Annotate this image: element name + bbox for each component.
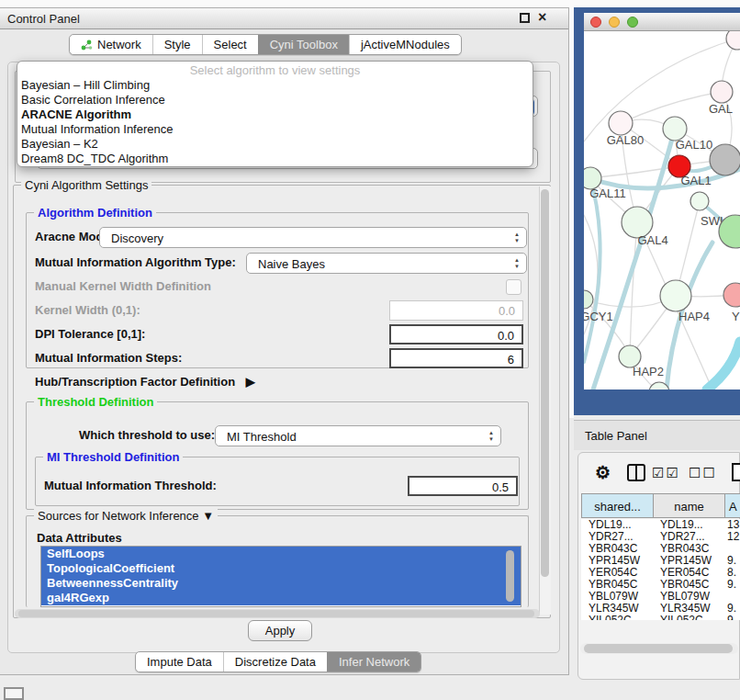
table-cell-value: 9.	[724, 615, 740, 620]
table-cell-shared-name: YPR145W	[581, 555, 653, 567]
hub-definition-expander[interactable]: Hub/Transcription Factor Definition ▶	[35, 375, 255, 389]
table-row[interactable]: YBR045C YBR045C 9.	[581, 579, 740, 591]
tab-cyni-toolbox[interactable]: Cyni Toolbox	[258, 35, 349, 54]
which-threshold-combo[interactable]: MI Threshold ▲▼	[215, 425, 501, 446]
table-row[interactable]: YBR043C YBR043C	[581, 543, 740, 555]
mi-type-combo[interactable]: Naive Bayes ▲▼	[246, 253, 527, 274]
table-row[interactable]: YPR145W YPR145W 9.	[581, 555, 740, 567]
algorithm-popup-item[interactable]: ARACNE Algorithm	[17, 107, 533, 122]
network-node[interactable]	[690, 192, 709, 210]
tab-impute-data[interactable]: Impute Data	[136, 652, 223, 672]
data-attribute-item[interactable]: TopologicalCoefficient	[41, 561, 521, 576]
table-row[interactable]: YDR27... YDR27... 12	[581, 531, 740, 543]
algorithm-popup-item[interactable]: Bayesian – K2	[17, 137, 533, 152]
split-columns-icon[interactable]	[627, 464, 645, 481]
network-node[interactable]	[584, 290, 593, 309]
settings-scrollbar-thumb[interactable]	[541, 189, 549, 577]
control-panel-window: Control Panel × Network Style Select Cyn…	[0, 7, 569, 675]
tab-label: Style	[164, 38, 191, 51]
algorithm-popup-item[interactable]: Basic Correlation Inference	[17, 93, 533, 107]
combo-spinner-icon: ▲▼	[514, 231, 520, 244]
checked-boxes-icon[interactable]: ☑☑	[652, 465, 680, 481]
network-canvas[interactable]: GALGAL80GAL10GAL1GAL11SWI4GAL4GCY1HAP4YH…	[584, 31, 740, 390]
column-header-shared-name[interactable]: shared...	[582, 494, 654, 517]
tab-label: Discretize Data	[235, 655, 316, 669]
table-row[interactable]: YIL052C YIL052C 9.	[581, 615, 740, 620]
table-row[interactable]: YBL079W YBL079W	[581, 591, 740, 603]
table-body[interactable]: YDL19... YDL19... 13 YDR27... YDR27... 1…	[581, 519, 740, 620]
data-attributes-list[interactable]: SelfLoopsTopologicalCoefficientBetweenne…	[40, 546, 521, 607]
tab-network[interactable]: Network	[70, 35, 152, 54]
network-node-label: GAL11	[589, 186, 626, 200]
table-row[interactable]: YDL19... YDL19... 13	[581, 519, 740, 531]
table-cell-name: YDL19...	[653, 519, 724, 531]
algorithm-popup-item[interactable]: Mutual Information Inference	[17, 122, 533, 137]
mi-threshold-group-title: MI Threshold Definition	[43, 450, 183, 464]
mac-zoom-icon[interactable]	[627, 17, 638, 28]
mi-type-value: Naive Bayes	[258, 257, 325, 271]
page-icon[interactable]	[732, 463, 740, 481]
mi-steps-field[interactable]: 6	[389, 348, 523, 368]
kernel-width-field[interactable]: 0.0	[389, 300, 523, 321]
network-node[interactable]	[710, 144, 740, 175]
algorithm-definition-title: Algorithm Definition	[34, 206, 156, 220]
column-header-partial[interactable]: A	[725, 494, 740, 517]
data-attribute-item[interactable]: gal4RGexp	[41, 591, 521, 605]
tab-label: Impute Data	[147, 655, 212, 669]
algorithm-popup: Select algorithm to view settings Bayesi…	[17, 61, 533, 167]
network-node-label: HAP4	[678, 310, 710, 323]
algorithm-popup-list: Bayesian – Hill ClimbingBasic Correlatio…	[17, 78, 533, 166]
data-attribute-item[interactable]: BetweennessCentrality	[41, 576, 521, 591]
table-cell-shared-name: YBL079W	[581, 591, 653, 603]
column-header-name[interactable]: name	[654, 494, 725, 517]
table-panel-titlebar: Table Panel	[574, 420, 740, 450]
network-node-label: GAL4	[637, 233, 667, 247]
mac-minimize-icon[interactable]	[609, 17, 620, 28]
tab-discretize-data[interactable]: Discretize Data	[223, 652, 327, 672]
network-node[interactable]	[609, 111, 633, 135]
aracne-mode-value: Discovery	[111, 231, 163, 245]
table-cell-shared-name: YDL19...	[581, 519, 653, 531]
sources-group-title[interactable]: Sources for Network Inference ▼	[34, 509, 218, 523]
apply-button[interactable]: Apply	[248, 620, 312, 641]
network-node-label: Y	[732, 310, 740, 323]
mi-threshold-field[interactable]: 0.5	[408, 476, 518, 496]
tab-jactivemnodules[interactable]: jActiveMNodules	[349, 35, 461, 54]
dpi-tolerance-field[interactable]: 0.0	[389, 324, 523, 344]
algorithm-popup-item[interactable]: Bayesian – Hill Climbing	[17, 78, 533, 93]
threshold-definition-title: Threshold Definition	[34, 395, 157, 409]
table-cell-name: YDR27...	[653, 531, 724, 543]
tab-style[interactable]: Style	[152, 35, 202, 54]
minimized-panel-icon[interactable]	[4, 687, 24, 700]
control-panel-tabbar: Network Style Select Cyni Toolbox jActiv…	[69, 34, 462, 55]
network-node[interactable]	[726, 31, 740, 50]
table-cell-value: 9.	[724, 579, 740, 591]
network-node[interactable]	[660, 280, 691, 311]
table-cell-value: 8.	[724, 567, 740, 579]
aracne-mode-combo[interactable]: Discovery ▲▼	[99, 227, 527, 248]
network-node[interactable]	[723, 283, 740, 307]
unchecked-boxes-icon[interactable]: ☐☐	[689, 465, 717, 481]
tab-select[interactable]: Select	[202, 35, 258, 54]
tab-infer-network[interactable]: Infer Network	[327, 652, 420, 672]
float-window-icon[interactable]	[520, 13, 530, 23]
algorithm-popup-item[interactable]: Dream8 DC_TDC Algorithm	[17, 152, 533, 166]
network-titlebar[interactable]	[584, 13, 740, 31]
mac-close-icon[interactable]	[590, 17, 601, 28]
tab-label: Infer Network	[339, 655, 409, 669]
table-cell-name: YLR345W	[653, 603, 724, 615]
manual-kernel-checkbox[interactable]	[506, 279, 521, 295]
table-cell-shared-name: YDR27...	[581, 531, 653, 543]
gear-icon[interactable]: ⚙	[595, 462, 611, 483]
control-panel-titlebar: Control Panel ×	[0, 8, 568, 29]
data-attribute-item[interactable]: SelfLoops	[41, 547, 521, 561]
close-icon[interactable]: ×	[538, 9, 546, 26]
settings-hscrollbar-thumb[interactable]	[18, 610, 534, 617]
table-row[interactable]: YER054C YER054C 8.	[581, 567, 740, 579]
network-node[interactable]	[711, 81, 733, 103]
attributes-scrollbar-thumb[interactable]	[506, 550, 514, 602]
table-cell-shared-name: YER054C	[581, 567, 653, 579]
sources-title-text: Sources for Network Inference	[38, 509, 199, 523]
table-hscrollbar-thumb[interactable]	[584, 644, 733, 653]
table-row[interactable]: YLR345W YLR345W 9.	[581, 603, 740, 615]
